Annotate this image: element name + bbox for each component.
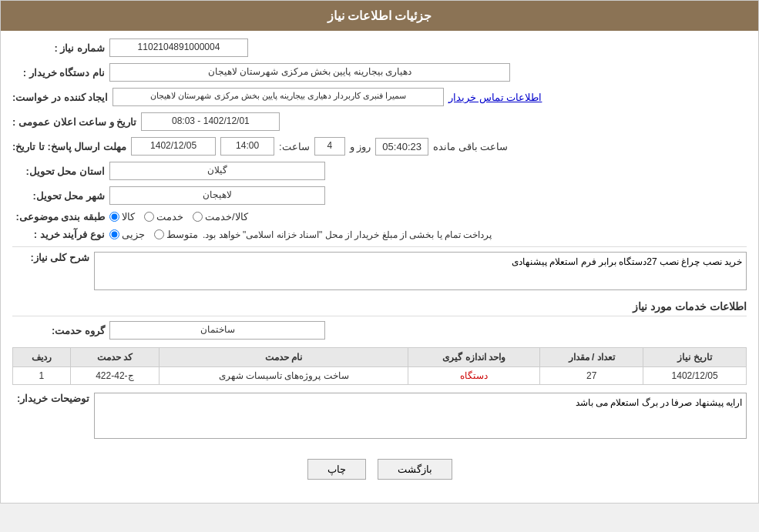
response-time-label: ساعت: <box>279 141 310 152</box>
creator-value: سمیرا فنبری کاربردار دهیاری بیجارینه پای… <box>113 88 444 106</box>
col-name: نام حدمت <box>160 348 408 367</box>
org-name-label: نام دستگاه خریدار : <box>12 67 105 79</box>
category-service-item: خدمت <box>144 211 183 223</box>
org-name-value: دهیاری بیجارینه پایین بخش مرکزی شهرستان … <box>109 63 510 82</box>
cell-row: 1 <box>13 367 71 385</box>
category-label: طبقه بندی موضوعی: <box>12 211 105 223</box>
service-group-value: ساختمان <box>109 321 325 340</box>
timer-value: 05:40:23 <box>375 138 428 156</box>
services-title: اطلاعات خدمات مورد نیاز <box>12 300 747 316</box>
response-deadline-label: مهلت ارسال پاسخ: تا تاریخ: <box>12 141 126 152</box>
creator-label: ایجاد کننده در خواست: <box>12 92 108 103</box>
need-desc-label: شرح کلی نیاز: <box>12 252 89 263</box>
city-label: شهر محل تحویل: <box>12 190 105 202</box>
response-time-value: 14:00 <box>220 137 274 156</box>
print-button[interactable]: چاپ <box>307 459 366 480</box>
purchase-partial-label: جزیی <box>122 229 145 240</box>
col-qty: تعداد / مقدار <box>540 348 643 367</box>
purchase-partial-radio[interactable] <box>109 229 119 239</box>
contact-link[interactable]: اطلاعات تماس خریدار <box>448 92 542 103</box>
purchase-medium-radio[interactable] <box>154 229 164 239</box>
cell-name: ساخت پروژه‌های تاسیسات شهری <box>160 367 408 385</box>
back-button[interactable]: بازگشت <box>378 459 452 480</box>
cell-date: 1402/12/05 <box>643 367 747 385</box>
purchase-medium-label: متوسط <box>166 229 198 240</box>
service-group-label: گروه حدمت: <box>12 325 105 336</box>
response-days-label: روز و <box>350 141 371 152</box>
divider-1 <box>12 246 747 247</box>
response-date-value: 1402/12/05 <box>131 137 216 156</box>
city-value: لاهیجان <box>109 186 325 205</box>
col-code: کد حدمت <box>70 348 159 367</box>
category-goods-item: کالا <box>109 211 135 223</box>
cell-code: ج-42-422 <box>70 367 159 385</box>
col-date: تاریخ نیاز <box>643 348 747 367</box>
province-label: استان محل تحویل: <box>12 166 105 177</box>
col-unit: واحد اندازه گیری <box>408 348 540 367</box>
category-goods-label: کالا <box>122 211 135 223</box>
category-goods-service-label: کالا/خدمت <box>205 211 248 223</box>
category-goods-service-radio[interactable] <box>193 212 203 222</box>
buyer-comments-label: توضیحات خریدار: <box>12 393 89 404</box>
purchase-medium-item: متوسط <box>154 229 198 240</box>
category-service-label: خدمت <box>156 211 183 223</box>
category-radio-group: کالا/خدمت خدمت کالا <box>109 211 248 223</box>
need-desc-textarea[interactable] <box>94 252 747 290</box>
cell-unit: دستگاه <box>408 367 540 385</box>
purchase-partial-item: جزیی <box>109 229 145 240</box>
purchase-desc: پرداخت تمام یا بخشی از مبلغ خریدار از مح… <box>203 229 492 240</box>
category-service-radio[interactable] <box>144 212 154 222</box>
purchase-type-label: نوع فرآیند خرید : <box>12 229 105 240</box>
services-table-section: تاریخ نیاز تعداد / مقدار واحد اندازه گیر… <box>12 347 747 385</box>
need-number-value: 1102104891000004 <box>109 38 248 57</box>
category-goods-service-item: کالا/خدمت <box>193 211 248 223</box>
col-row: ردیف <box>13 348 71 367</box>
response-days-value: 4 <box>314 137 345 156</box>
need-number-label: شماره نیاز : <box>12 42 105 54</box>
table-row: 1402/12/05 27 دستگاه ساخت پروژه‌های تاسی… <box>13 367 747 385</box>
remaining-label: ساعت باقی مانده <box>433 141 508 152</box>
province-value: گیلان <box>109 162 325 180</box>
page-title: جزئیات اطلاعات نیاز <box>1 1 758 31</box>
category-goods-radio[interactable] <box>109 212 119 222</box>
services-table: تاریخ نیاز تعداد / مقدار واحد اندازه گیر… <box>12 347 747 385</box>
announcement-label: تاریخ و ساعت اعلان عمومی : <box>12 116 136 128</box>
purchase-type-group: متوسط جزیی <box>109 229 198 240</box>
announcement-value: 1402/12/01 - 08:03 <box>141 112 280 131</box>
cell-qty: 27 <box>540 367 643 385</box>
buyer-comments-textarea[interactable] <box>94 393 747 439</box>
bottom-buttons: بازگشت چاپ <box>12 447 747 495</box>
